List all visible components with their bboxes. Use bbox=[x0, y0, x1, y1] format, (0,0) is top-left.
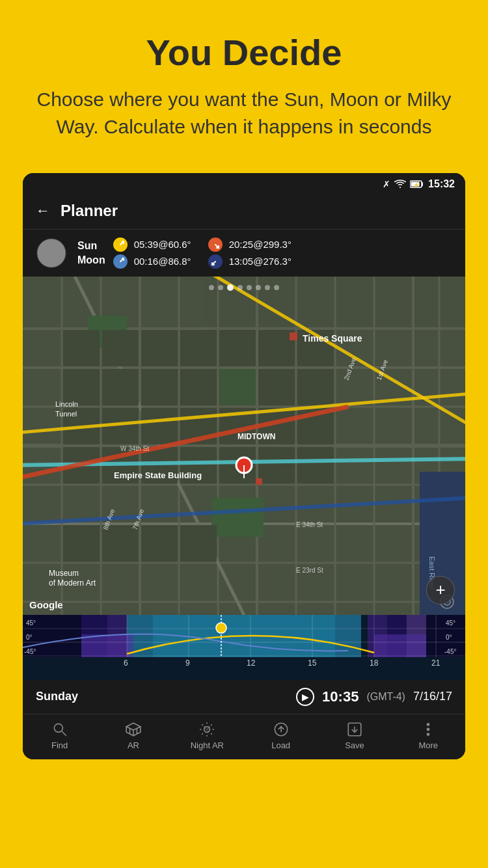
back-button[interactable]: ← bbox=[36, 202, 50, 219]
moon-rise-value: 00:16@86.8° bbox=[134, 256, 191, 267]
night-ar-icon bbox=[198, 721, 215, 738]
svg-text:6: 6 bbox=[124, 658, 128, 668]
svg-line-147 bbox=[202, 733, 204, 735]
svg-text:12: 12 bbox=[247, 658, 256, 668]
svg-text:E 34th St: E 34th St bbox=[296, 521, 323, 528]
svg-rect-111 bbox=[374, 634, 426, 657]
svg-rect-68 bbox=[258, 447, 295, 483]
phone-mockup: ✗ ⚡ 15:32 ← Planner S bbox=[23, 173, 465, 759]
map-zoom-in-button[interactable]: + bbox=[426, 576, 455, 604]
svg-rect-73 bbox=[180, 525, 217, 562]
dot-8 bbox=[274, 285, 279, 290]
timeline-container: 45° 0° -45° 45° 0° -45° 6 9 12 15 18 21 bbox=[23, 615, 465, 680]
svg-text:45°: 45° bbox=[26, 619, 36, 627]
wifi-icon bbox=[394, 180, 406, 189]
more-icon bbox=[420, 721, 437, 738]
nav-label-save: Save bbox=[345, 740, 364, 750]
svg-text:18: 18 bbox=[370, 658, 379, 668]
svg-rect-45 bbox=[180, 330, 217, 366]
moon-label: Moon bbox=[77, 254, 105, 266]
date-value: 7/16/17 bbox=[413, 690, 452, 703]
svg-line-144 bbox=[202, 724, 204, 726]
hero-title: You Decide bbox=[26, 33, 462, 73]
ar-icon bbox=[125, 721, 142, 738]
battery-icon: ⚡ bbox=[410, 180, 424, 189]
map-container[interactable]: Times Square MIDTOWN Lincoln Tunnel Empi… bbox=[23, 277, 465, 615]
sun-rise-badge bbox=[113, 237, 128, 252]
day-label: Sunday bbox=[36, 690, 288, 703]
map-background: Times Square MIDTOWN Lincoln Tunnel Empi… bbox=[23, 277, 465, 615]
svg-text:45°: 45° bbox=[446, 619, 455, 627]
svg-text:of Modern Art: of Modern Art bbox=[49, 578, 96, 588]
gmt-label: (GMT-4) bbox=[366, 691, 405, 703]
svg-text:0°: 0° bbox=[26, 634, 33, 641]
svg-rect-82 bbox=[290, 332, 297, 340]
svg-rect-87 bbox=[256, 478, 262, 485]
nav-label-find: Find bbox=[51, 740, 68, 750]
svg-line-145 bbox=[211, 733, 212, 735]
time-circle: ▶ bbox=[296, 688, 314, 706]
nav-item-save[interactable]: Save bbox=[329, 721, 381, 750]
svg-text:⚡: ⚡ bbox=[413, 182, 420, 188]
svg-rect-53 bbox=[219, 369, 256, 405]
svg-text:0°: 0° bbox=[446, 634, 452, 641]
svg-rect-44 bbox=[141, 330, 178, 366]
nav-item-ar[interactable]: AR bbox=[107, 721, 159, 750]
svg-text:Times Square: Times Square bbox=[303, 333, 362, 344]
sun-moon-labels: Sun Moon bbox=[77, 240, 105, 266]
page-title: Planner bbox=[61, 202, 118, 220]
svg-text:-45°: -45° bbox=[24, 648, 36, 655]
svg-rect-42 bbox=[63, 330, 100, 366]
moon-set-badge bbox=[208, 254, 223, 269]
nav-item-more[interactable]: More bbox=[402, 721, 454, 750]
svg-text:9: 9 bbox=[185, 658, 190, 668]
moon-phase-icon bbox=[36, 237, 67, 269]
date-bar: Sunday ▶ 10:35 (GMT-4) 7/16/17 bbox=[23, 680, 465, 714]
svg-rect-50 bbox=[102, 369, 139, 405]
svg-rect-51 bbox=[141, 369, 178, 405]
nav-item-night-ar[interactable]: Night AR bbox=[181, 721, 233, 750]
sun-set-value: 20:25@299.3° bbox=[229, 239, 291, 250]
save-icon bbox=[346, 721, 363, 738]
svg-rect-40 bbox=[211, 498, 264, 537]
timeline-chart: 45° 0° -45° 45° 0° -45° 6 9 12 15 18 21 bbox=[23, 615, 465, 680]
nav-label-load: Load bbox=[271, 740, 290, 750]
dot-3 bbox=[227, 284, 234, 291]
svg-text:Empire State Building: Empire State Building bbox=[114, 470, 202, 480]
sun-set-badge bbox=[208, 237, 223, 252]
search-icon bbox=[51, 721, 68, 738]
svg-rect-43 bbox=[102, 330, 139, 366]
dot-4 bbox=[237, 285, 243, 290]
svg-rect-69 bbox=[297, 447, 334, 483]
nav-item-find[interactable]: Find bbox=[34, 721, 86, 750]
svg-point-155 bbox=[427, 723, 429, 725]
svg-rect-70 bbox=[63, 525, 100, 562]
sun-label: Sun bbox=[77, 240, 105, 252]
svg-rect-58 bbox=[141, 408, 178, 444]
status-bar: ✗ ⚡ 15:32 bbox=[23, 173, 465, 195]
nav-label-ar: AR bbox=[128, 740, 139, 750]
nav-label-night-ar: Night AR bbox=[191, 740, 224, 750]
sun-rise-value: 05:39@60.6° bbox=[134, 239, 191, 250]
dot-7 bbox=[265, 285, 270, 290]
info-bar: Sun Moon 05:39@60.6° bbox=[23, 230, 465, 277]
nav-label-more: More bbox=[418, 740, 438, 750]
nav-item-load[interactable]: Load bbox=[255, 721, 307, 750]
svg-rect-110 bbox=[81, 634, 133, 657]
sun-rise-row: 05:39@60.6° 20:25@299.3° bbox=[113, 237, 452, 252]
svg-point-135 bbox=[54, 724, 62, 732]
dot-6 bbox=[256, 285, 261, 290]
svg-point-134 bbox=[216, 623, 226, 633]
svg-point-157 bbox=[427, 733, 429, 735]
status-icons: ✗ ⚡ 15:32 bbox=[383, 178, 455, 190]
svg-text:W 34th St: W 34th St bbox=[120, 445, 149, 452]
hero-subtitle: Choose where you want the Sun, Moon or M… bbox=[26, 86, 462, 141]
sun-moon-data: 05:39@60.6° 20:25@299.3° bbox=[113, 237, 452, 269]
svg-rect-72 bbox=[141, 525, 178, 562]
app-header: ← Planner bbox=[23, 195, 465, 230]
dot-1 bbox=[209, 285, 214, 290]
svg-text:21: 21 bbox=[431, 658, 441, 668]
svg-text:Lincoln: Lincoln bbox=[55, 400, 78, 408]
svg-point-156 bbox=[427, 728, 429, 730]
svg-text:Google: Google bbox=[29, 599, 63, 610]
